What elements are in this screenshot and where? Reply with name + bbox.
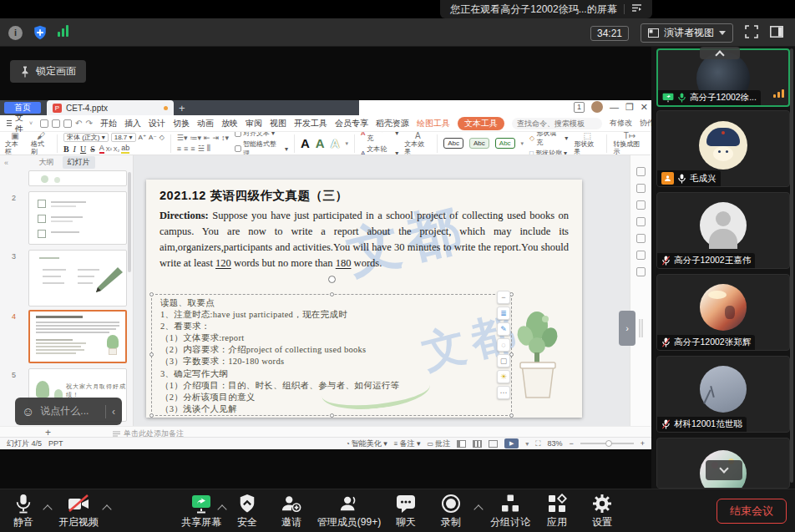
more-tools-icon[interactable]: ⋯ <box>497 386 510 399</box>
selection-handle[interactable] <box>509 413 514 418</box>
restore-icon[interactable]: ❐ <box>625 102 634 113</box>
play-slideshow-button[interactable]: ▶ <box>504 438 519 448</box>
view-mode-dropdown[interactable]: 演讲者视图 <box>641 23 733 43</box>
text-style-outline[interactable]: A <box>331 136 340 150</box>
save-icon[interactable] <box>40 119 48 128</box>
zoom-slider-knob[interactable] <box>605 440 612 447</box>
shrink-font-icon[interactable]: A⁻ <box>149 134 157 141</box>
reading-view-icon[interactable] <box>489 440 498 448</box>
tab-draw-tools[interactable]: 绘图工具 <box>417 118 450 129</box>
format-painter-button[interactable]: 🖌格式刷 <box>31 132 51 155</box>
text-effect-button[interactable]: A文本效果 <box>404 132 431 155</box>
textbox-button[interactable]: ▣文本框 <box>5 132 25 155</box>
thumb-scrollbar[interactable] <box>128 172 131 272</box>
beautify-button[interactable]: ◔智能美化 ▾ <box>346 438 387 449</box>
collapse-tools-icon[interactable]: − <box>497 291 510 304</box>
security-button[interactable]: 安全 <box>227 494 267 529</box>
menu-animation[interactable]: 动画 <box>197 118 214 129</box>
shape-outline-button[interactable]: 形状轮廓 <box>535 149 562 155</box>
apps-button[interactable]: 应用 <box>538 494 576 529</box>
end-meeting-button[interactable]: 结束会议 <box>717 499 787 524</box>
breakout-rooms-button[interactable]: 分组讨论 <box>483 494 538 529</box>
scroll-up-button[interactable] <box>700 47 740 59</box>
side-tool-icon[interactable] <box>636 200 646 210</box>
participant-tile[interactable]: 高分子12002王嘉伟 <box>656 192 790 269</box>
text-style-black[interactable]: A <box>301 136 310 150</box>
underline-button[interactable]: U <box>80 144 86 154</box>
wps-notes-bar[interactable]: + 单击此处添加备注 <box>0 426 651 437</box>
line-spacing-icon[interactable]: ↕▾ <box>221 134 229 142</box>
slide-thumbnail-1[interactable] <box>28 170 127 186</box>
output-icon[interactable] <box>63 119 72 128</box>
align-right-icon[interactable]: ≡ <box>190 144 195 153</box>
sidebar-scrollbar[interactable] <box>790 48 793 483</box>
shape-fill-button[interactable]: 形状填充 <box>536 132 563 147</box>
shape-style-2[interactable]: Abc <box>469 138 489 149</box>
record-button[interactable]: 录制 <box>431 494 471 529</box>
side-tool-icon[interactable] <box>636 267 646 276</box>
menu-transition[interactable]: 切换 <box>173 118 190 129</box>
manage-members-button[interactable]: 管理成员(99+) <box>311 494 387 529</box>
highlight-button[interactable]: ab <box>121 144 129 154</box>
strike-button[interactable]: S <box>90 144 95 154</box>
fit-icon[interactable]: ⛶ <box>535 439 540 448</box>
slide-canvas[interactable]: 文都 文都 2021.12 英语四级作文真题（三） Directions: Su… <box>146 180 582 418</box>
layers-icon[interactable]: ≣ <box>497 307 510 320</box>
side-tool-icon[interactable] <box>636 251 646 260</box>
idea-icon[interactable]: ☀ <box>497 370 510 383</box>
font-name-select[interactable]: 宋体 (正文) ▾ <box>63 133 109 142</box>
wps-account-avatar[interactable] <box>591 101 603 113</box>
superscript-button[interactable]: X² <box>106 146 112 152</box>
slides-tab[interactable]: 幻灯片 <box>63 156 95 169</box>
zoom-out-button[interactable]: − <box>569 439 573 448</box>
selection-handle[interactable] <box>330 292 334 296</box>
sidebar-toggle-icon[interactable] <box>770 26 783 41</box>
slide-thumbnail-3[interactable] <box>28 250 127 307</box>
comment-icon[interactable]: ◌ <box>497 338 510 352</box>
menu-design[interactable]: 设计 <box>149 118 165 129</box>
close-icon[interactable]: ✕ <box>641 102 648 113</box>
side-tool-icon[interactable] <box>636 167 646 176</box>
outline-tab[interactable]: 大纲 <box>39 157 54 168</box>
banner-menu-icon[interactable] <box>631 3 642 15</box>
chat-quick-input[interactable]: ☺ 说点什么... ‹ <box>15 398 122 425</box>
menu-member[interactable]: 会员专享 <box>335 118 368 129</box>
doc-count-badge[interactable]: 1 <box>574 102 585 113</box>
menu-devtools[interactable]: 开发工具 <box>294 118 327 129</box>
align-text-button[interactable]: 对齐文本 <box>243 132 270 138</box>
sorter-view-icon[interactable] <box>473 440 482 448</box>
menu-start[interactable]: 开始 <box>100 118 117 129</box>
bullets-icon[interactable]: ☰▾ <box>177 134 188 142</box>
shape-effect-button[interactable]: ⬚形状效果 <box>574 132 600 155</box>
participant-tile[interactable]: 毛成兴 <box>656 110 790 187</box>
notes-button[interactable]: ≡备注 ▾ <box>394 438 421 449</box>
indent-dec-icon[interactable]: ⇤ <box>204 134 210 142</box>
normal-view-icon[interactable] <box>457 440 466 448</box>
wps-search-input[interactable] <box>512 118 602 129</box>
print-icon[interactable] <box>52 119 60 128</box>
participant-tile[interactable]: 高分子12002张郑辉 <box>656 274 790 351</box>
menu-insert[interactable]: 插入 <box>124 118 141 129</box>
invite-button[interactable]: 邀请 <box>269 494 314 529</box>
zoom-slider[interactable] <box>580 443 634 444</box>
comments-button[interactable]: ▭批注 <box>428 438 451 449</box>
convert-diagram-button[interactable]: T↦转换成图示 <box>613 132 646 155</box>
selection-handle[interactable] <box>330 413 334 418</box>
selection-handle[interactable] <box>149 292 154 296</box>
text-style-green[interactable]: A <box>316 136 325 150</box>
selection-handle[interactable] <box>149 352 154 357</box>
mute-button[interactable]: 静音 <box>5 494 42 529</box>
indent-inc-icon[interactable]: ⇥ <box>213 134 220 142</box>
emoji-icon[interactable]: ☺ <box>22 404 34 418</box>
chat-placeholder[interactable]: 说点什么... <box>40 404 99 418</box>
side-tool-icon[interactable] <box>636 184 646 193</box>
bold-button[interactable]: B <box>63 144 69 154</box>
participant-tile[interactable] <box>656 438 790 489</box>
align-center-icon[interactable]: ≡ <box>184 144 188 153</box>
side-tool-icon[interactable] <box>636 234 646 243</box>
menu-view[interactable]: 视图 <box>270 118 286 129</box>
columns-icon[interactable]: ⫼ <box>207 144 210 153</box>
justify-icon[interactable]: ☱ <box>198 144 205 153</box>
side-tool-icon[interactable] <box>636 217 646 226</box>
selection-handle[interactable] <box>149 413 154 418</box>
